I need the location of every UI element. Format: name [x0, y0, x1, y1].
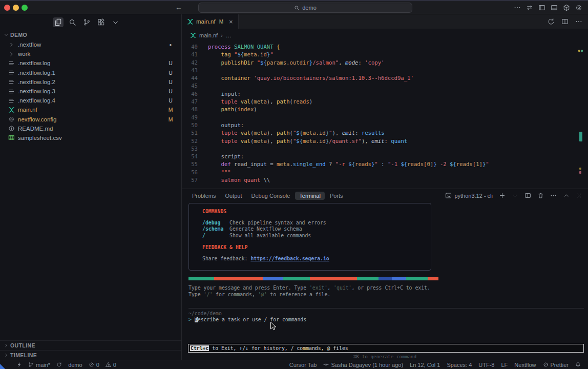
toggle-secondary-sidebar[interactable] [561, 3, 572, 12]
breadcrumb[interactable]: main.nf › … [182, 29, 588, 42]
git-branch[interactable]: main* [28, 362, 50, 368]
panel-tab-debug-console[interactable]: Debug Console [247, 192, 295, 200]
file-samplesheet.csv[interactable]: samplesheet.csv [0, 133, 181, 142]
nextflow-icon [8, 107, 15, 113]
sync-button[interactable] [56, 362, 62, 367]
outline-section[interactable]: OUTLINE [0, 340, 181, 350]
open-changes-button[interactable] [546, 17, 556, 26]
split-terminal-button[interactable] [523, 191, 533, 200]
titlebar-more-actions[interactable] [512, 3, 522, 12]
timeline-section[interactable]: TIMELINE [0, 350, 181, 360]
panel-tab-problems[interactable]: Problems [188, 192, 220, 200]
line-number: 52 [182, 137, 198, 145]
file-.nextflow.log.2[interactable]: .nextflow.log.2U [0, 77, 181, 87]
back-arrow-icon[interactable]: ← [175, 3, 182, 11]
search-view-button[interactable] [67, 17, 78, 27]
line-number: 51 [182, 129, 198, 137]
notifications-bell[interactable] [575, 362, 581, 367]
editor: main.nf M × main.nf › … 40process SALMON… [182, 14, 588, 189]
panel-tab-terminal[interactable]: Terminal [295, 192, 325, 200]
cursor-position[interactable]: Ln 12, Col 1 [410, 362, 440, 368]
breadcrumb-symbol[interactable]: … [226, 32, 232, 38]
views-more-button[interactable] [110, 17, 121, 27]
explorer-section-header[interactable]: DEMO [0, 30, 181, 40]
new-terminal-button[interactable] [497, 191, 507, 200]
chevron-up-icon [563, 192, 570, 199]
terminal-selector[interactable]: python3.12 - cli [444, 191, 494, 200]
file-.nextflow.log.1[interactable]: .nextflow.log.1U [0, 68, 181, 77]
file-work[interactable]: work [0, 49, 181, 58]
split-editor-button[interactable] [560, 17, 570, 26]
command-name: /debug [202, 220, 229, 226]
terminal-shell-icon [445, 192, 452, 199]
code-line-54: 54 script: [182, 153, 582, 160]
close-icon [576, 192, 582, 199]
formatter-prettier[interactable]: Prettier [543, 362, 569, 368]
command-center-search[interactable]: demo [198, 3, 412, 13]
line-number: 55 [182, 160, 198, 168]
errors-count[interactable]: 0 [89, 362, 99, 368]
feedback-header: FEEDBACK & HELP [202, 244, 431, 250]
close-panel-button[interactable] [574, 191, 584, 200]
panel-more-actions[interactable] [549, 191, 558, 200]
command-row: /debugCheck pipeline syntax and errors [202, 220, 431, 226]
file-.nextflow.log[interactable]: .nextflow.logU [0, 58, 181, 68]
extensions-view-button[interactable] [96, 17, 107, 27]
minimize-window-button[interactable] [13, 5, 19, 11]
code-line-46: 46 input: [182, 90, 582, 98]
status-bar: main*demo00 Cursor TabSasha Dagayev (1 h… [0, 360, 588, 369]
command-description: Show all available commands [229, 233, 431, 239]
file-.nextflow[interactable]: .nextflow● [0, 40, 181, 49]
terminal-hint: Type your message and press Enter. Type … [188, 285, 430, 298]
tab-main-nf[interactable]: main.nf M × [182, 14, 239, 29]
terminal[interactable]: COMMANDS /debugCheck pipeline syntax and… [182, 202, 588, 360]
close-window-button[interactable] [4, 5, 10, 11]
kill-terminal-button[interactable] [536, 191, 545, 200]
divider [188, 308, 584, 309]
toggle-primary-sidebar[interactable] [537, 3, 547, 12]
breadcrumb-file[interactable]: main.nf [199, 32, 218, 38]
feedback-link[interactable]: https://feedback.seqera.io [250, 256, 329, 261]
code-line-48: 48 path(index) [182, 106, 582, 113]
language-mode[interactable]: Nextflow [514, 362, 536, 368]
maximize-panel-button[interactable] [561, 191, 571, 200]
file-name: .nextflow.log [18, 60, 50, 66]
panel-tab-ports[interactable]: Ports [326, 192, 347, 200]
close-tab-icon[interactable]: × [229, 18, 233, 25]
nextflow-icon [187, 18, 194, 25]
git-blame-info[interactable]: Sasha Dagayev (1 hour ago) [323, 362, 403, 368]
warnings-count[interactable]: 0 [106, 362, 116, 368]
source-control-view-button[interactable] [81, 17, 92, 27]
cursor-tab-indicator[interactable]: Cursor Tab [289, 362, 317, 368]
workspace-name[interactable]: demo [68, 362, 82, 368]
line-number: 46 [182, 90, 198, 98]
encoding[interactable]: UTF-8 [478, 362, 494, 368]
toggle-panel[interactable] [549, 3, 559, 12]
code-area[interactable]: 40process SALMON_QUANT {41 tag "${meta.i… [182, 42, 582, 189]
file-nextflow.config[interactable]: nextflow.configM [0, 115, 181, 124]
explorer-view-button[interactable] [53, 17, 64, 27]
plus-icon [499, 192, 506, 199]
file-.nextflow.log.4[interactable]: .nextflow.log.4U [0, 96, 181, 105]
eol[interactable]: LF [501, 362, 508, 368]
zoom-window-button[interactable] [22, 5, 28, 11]
layout-sync-button[interactable] [524, 3, 535, 12]
editor-more-actions[interactable] [574, 17, 584, 26]
file-.nextflow.log.3[interactable]: .nextflow.log.3U [0, 87, 181, 96]
terminal-profile-dropdown[interactable] [510, 191, 520, 200]
command-name: /schema [202, 226, 229, 232]
indentation[interactable]: Spaces: 4 [447, 362, 472, 368]
file-name: README.md [18, 126, 53, 132]
terminal-prompt[interactable]: >Describe a task or use / for commands [188, 317, 306, 322]
manage-settings[interactable] [574, 3, 584, 12]
file-main.nf[interactable]: main.nfM [0, 105, 181, 114]
file-README.md[interactable]: README.md [0, 124, 181, 133]
panel-tab-output[interactable]: Output [221, 192, 246, 200]
line-number: 48 [182, 106, 198, 113]
terminal-footer-bar: Ctrl+c to Exit, ↑/↓ for history, / comma… [188, 344, 584, 353]
trash-icon [537, 192, 544, 199]
code-line-44: 44 container 'quay.io/biocontainers/salm… [182, 74, 582, 82]
breadcrumb-separator: › [221, 32, 223, 38]
sidebar-bottom-sections: OUTLINE TIMELINE [0, 340, 181, 360]
remote-indicator[interactable] [16, 362, 22, 367]
